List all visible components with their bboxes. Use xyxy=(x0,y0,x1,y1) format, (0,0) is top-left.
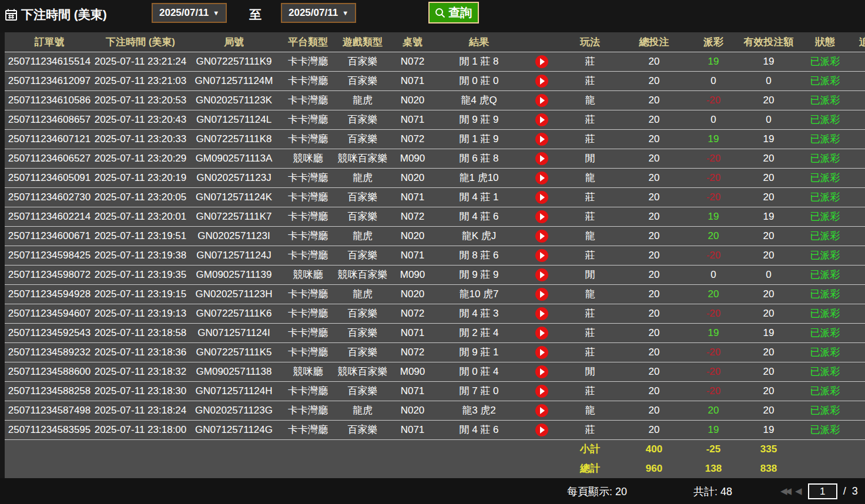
result-cell: 閒 0 莊 4 xyxy=(435,362,523,381)
round-cell: GM0902571113A xyxy=(187,149,281,168)
payout-cell: 20 xyxy=(689,226,738,246)
valid-bet-cell: 19 xyxy=(738,52,799,71)
extra-cell xyxy=(851,420,865,439)
filter-label-text: 下注時間 (美東) xyxy=(21,6,107,23)
table-row: 250711234606527 2025-07-11 23:20:29 GM09… xyxy=(5,149,865,168)
extra-cell xyxy=(851,226,865,246)
replay-icon[interactable] xyxy=(535,365,548,378)
platform-cell: 卡卡灣廳 xyxy=(281,168,335,187)
valid-bet-cell: 20 xyxy=(738,226,799,246)
replay-icon[interactable] xyxy=(535,55,548,68)
table-row: 250711234602730 2025-07-11 23:20:05 GN07… xyxy=(5,187,865,207)
bet-time-cell: 2025-07-11 23:18:32 xyxy=(94,362,187,381)
payout-cell: -20 xyxy=(689,362,738,381)
replay-cell xyxy=(523,207,561,226)
header-order: 訂單號 xyxy=(5,32,94,52)
replay-icon[interactable] xyxy=(535,133,548,146)
play-type-cell: 龍 xyxy=(561,90,619,110)
bet-time-cell: 2025-07-11 23:21:24 xyxy=(94,52,187,71)
game-type-cell: 競咪百家樂 xyxy=(335,362,390,381)
platform-cell: 卡卡灣廳 xyxy=(281,207,335,226)
play-type-cell: 龍 xyxy=(561,168,619,187)
order-cell: 250711234606527 xyxy=(5,149,94,168)
total-bet-cell: 20 xyxy=(619,284,689,304)
game-type-cell: 百家樂 xyxy=(335,323,390,342)
result-cell: 閒 4 莊 6 xyxy=(435,207,523,226)
subtotal-valid: 335 xyxy=(738,439,799,459)
order-cell: 250711234605091 xyxy=(5,168,94,187)
valid-bet-cell: 20 xyxy=(738,168,799,187)
extra-cell xyxy=(851,90,865,110)
prev-page-icon[interactable]: ◀ xyxy=(795,486,802,496)
result-cell: 龍K 虎J xyxy=(435,226,523,246)
replay-icon[interactable] xyxy=(535,249,548,262)
status-cell: 已派彩 xyxy=(799,246,851,265)
result-cell: 龍10 虎7 xyxy=(435,284,523,304)
replay-cell xyxy=(523,362,561,381)
play-type-cell: 龍 xyxy=(561,401,619,420)
subtotal-payout: -25 xyxy=(689,439,738,459)
round-cell: GM09025711139 xyxy=(187,265,281,284)
query-button[interactable]: 查詢 xyxy=(428,2,479,23)
play-type-cell: 閒 xyxy=(561,149,619,168)
platform-cell: 卡卡灣廳 xyxy=(281,342,335,362)
status-cell: 已派彩 xyxy=(799,207,851,226)
replay-icon[interactable] xyxy=(535,288,548,301)
total-bet-cell: 20 xyxy=(619,187,689,207)
replay-icon[interactable] xyxy=(535,346,548,359)
status-cell: 已派彩 xyxy=(799,168,851,187)
replay-icon[interactable] xyxy=(535,307,548,320)
replay-icon[interactable] xyxy=(535,94,548,107)
replay-icon[interactable] xyxy=(535,75,548,88)
round-cell: GN0202571123G xyxy=(187,401,281,420)
play-type-cell: 龍 xyxy=(561,284,619,304)
status-cell: 已派彩 xyxy=(799,265,851,284)
date-from-select[interactable]: 2025/07/11 ▼ xyxy=(152,3,227,23)
first-page-icon[interactable]: ◀◀ xyxy=(780,486,789,496)
bet-time-cell: 2025-07-11 23:19:15 xyxy=(94,284,187,304)
order-cell: 250711234588258 xyxy=(5,381,94,401)
bet-time-cell: 2025-07-11 23:20:29 xyxy=(94,149,187,168)
replay-icon[interactable] xyxy=(535,230,548,243)
page-number-input[interactable]: 1 xyxy=(808,483,837,499)
replay-icon[interactable] xyxy=(535,327,548,340)
play-type-cell: 莊 xyxy=(561,304,619,323)
page-separator: / xyxy=(843,485,846,498)
game-type-cell: 龍虎 xyxy=(335,168,390,187)
header-replay xyxy=(523,32,561,52)
table-row: 250711234602214 2025-07-11 23:20:01 GN07… xyxy=(5,207,865,226)
total-label: 總計 xyxy=(561,459,619,478)
table-body: 250711234615514 2025-07-11 23:21:24 GN07… xyxy=(5,52,865,439)
replay-icon[interactable] xyxy=(535,172,548,184)
round-cell: GN072257111K6 xyxy=(187,304,281,323)
total-bet-cell: 20 xyxy=(619,149,689,168)
replay-icon[interactable] xyxy=(535,424,548,436)
play-type-cell: 閒 xyxy=(561,265,619,284)
replay-cell xyxy=(523,110,561,129)
replay-icon[interactable] xyxy=(535,268,548,281)
date-to-select[interactable]: 2025/07/11 ▼ xyxy=(281,3,356,23)
round-cell: GN0712571124L xyxy=(187,110,281,129)
replay-icon[interactable] xyxy=(535,385,548,398)
order-cell: 250711234602730 xyxy=(5,187,94,207)
bet-time-cell: 2025-07-11 23:20:05 xyxy=(94,187,187,207)
payout-cell: -20 xyxy=(689,149,738,168)
header-play-type: 玩法 xyxy=(561,32,619,52)
play-type-cell: 莊 xyxy=(561,207,619,226)
total-bet-cell: 20 xyxy=(619,246,689,265)
bet-records-table: 訂單號 下注時間 (美東) 局號 平台類型 遊戲類型 桌號 結果 玩法 總投注 … xyxy=(5,32,865,478)
game-type-cell: 龍虎 xyxy=(335,226,390,246)
round-cell: GN0202571123I xyxy=(187,226,281,246)
valid-bet-cell: 20 xyxy=(738,362,799,381)
replay-icon[interactable] xyxy=(535,404,548,417)
game-type-cell: 百家樂 xyxy=(335,381,390,401)
replay-icon[interactable] xyxy=(535,210,548,223)
payout-cell: -20 xyxy=(689,304,738,323)
replay-icon[interactable] xyxy=(535,152,548,165)
header-game-type: 遊戲類型 xyxy=(335,32,390,52)
order-cell: 250711234607121 xyxy=(5,129,94,149)
replay-icon[interactable] xyxy=(535,113,548,126)
replay-icon[interactable] xyxy=(535,191,548,204)
replay-cell xyxy=(523,168,561,187)
table-no-cell: N071 xyxy=(390,110,435,129)
